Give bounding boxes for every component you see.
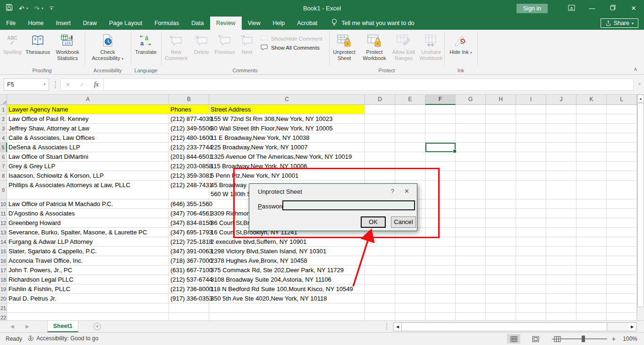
cell-G17[interactable] xyxy=(456,266,486,275)
cell-J14[interactable] xyxy=(546,237,576,247)
zoom-slider[interactable] xyxy=(560,338,607,339)
cell-G16[interactable] xyxy=(456,256,486,266)
cell-F11[interactable] xyxy=(425,209,456,218)
tab-draw[interactable]: Draw xyxy=(77,17,103,30)
column-header-H[interactable]: H xyxy=(486,95,516,105)
cell-L19[interactable] xyxy=(607,285,637,294)
cell-L22[interactable] xyxy=(607,313,637,320)
select-all-corner[interactable] xyxy=(0,95,7,105)
cell-L17[interactable] xyxy=(607,266,637,275)
cell-G15[interactable] xyxy=(456,247,486,256)
cell-H11[interactable] xyxy=(486,209,516,218)
cell-H17[interactable] xyxy=(486,266,516,275)
cell-D5[interactable] xyxy=(365,143,395,152)
cell-J11[interactable] xyxy=(546,209,576,218)
column-header-D[interactable]: D xyxy=(365,95,395,105)
cell-G12[interactable] xyxy=(456,218,486,228)
cell-B15[interactable]: (347) 391-0063 xyxy=(169,247,209,256)
column-header-A[interactable]: A xyxy=(7,95,169,105)
sheet-nav-left-icon[interactable]: ◀ xyxy=(10,321,14,332)
restore-button[interactable] xyxy=(602,5,623,12)
cell-E15[interactable] xyxy=(395,247,425,256)
cell-C20[interactable]: 350 5th Ave Ste 4020,New York, NY 10118 xyxy=(209,294,365,303)
cell-L6[interactable] xyxy=(607,152,637,162)
cell-L8[interactable] xyxy=(607,171,637,181)
cell-K17[interactable] xyxy=(576,266,607,275)
cell-A16[interactable]: Acconcia Travel Office, Inc. xyxy=(7,256,169,266)
cell-G9[interactable] xyxy=(456,181,486,199)
cell-K4[interactable] xyxy=(576,133,607,143)
cell-A14[interactable]: Furgang & Adwar LLP Attorney xyxy=(7,237,169,247)
cell-C16[interactable]: 2378 Hughes Ave,Bronx, NY 10458 xyxy=(209,256,365,266)
cell-I11[interactable] xyxy=(516,209,546,218)
cell-I3[interactable] xyxy=(516,124,546,133)
cell-D14[interactable] xyxy=(365,237,395,247)
cell-G20[interactable] xyxy=(456,294,486,303)
cell-D21[interactable] xyxy=(365,303,395,313)
cell-C7[interactable]: 115 Broadway,New York, NY 10006 xyxy=(209,162,365,171)
cell-F6[interactable] xyxy=(425,152,456,162)
horizontal-scrollbar[interactable]: ◀ ▶ xyxy=(393,322,636,331)
row-header-8[interactable]: 8 xyxy=(0,171,7,181)
cell-J15[interactable] xyxy=(546,247,576,256)
cell-C2[interactable]: 155 W 72nd St Rm 308,New York, NY 10023 xyxy=(209,114,365,124)
horizontal-scroll-thumb[interactable] xyxy=(401,323,607,331)
cell-B3[interactable]: (212) 349-5506 xyxy=(169,124,209,133)
cell-C19[interactable]: 118 N Bedford Rd Suite 100,Mount Kisco, … xyxy=(209,285,365,294)
cell-B13[interactable]: (347) 695-1793 xyxy=(169,228,209,237)
cell-A5[interactable]: DeSena & Associates LLP xyxy=(7,143,169,152)
tab-data[interactable]: Data xyxy=(185,17,210,30)
cell-J6[interactable] xyxy=(546,152,576,162)
cell-A20[interactable]: Paul D. Petrus Jr. xyxy=(7,294,169,303)
cell-D2[interactable] xyxy=(365,114,395,124)
cell-G7[interactable] xyxy=(456,162,486,171)
hide-ink-button[interactable]: Hide Ink ▾ xyxy=(445,31,477,56)
cell-A19[interactable]: Fishlin & Fishlin, PLLC xyxy=(7,285,169,294)
show-all-comments-button[interactable]: Show All Comments xyxy=(261,44,322,51)
cell-H7[interactable] xyxy=(486,162,516,171)
cell-H3[interactable] xyxy=(486,124,516,133)
row-header-22[interactable]: 22 xyxy=(0,313,7,320)
row-header-5[interactable]: 5 xyxy=(0,143,7,152)
cell-F14[interactable] xyxy=(425,237,456,247)
row-header-3[interactable]: 3 xyxy=(0,124,7,133)
cell-B4[interactable]: (212) 480-1600 xyxy=(169,133,209,143)
row-header-12[interactable]: 12 xyxy=(0,218,7,228)
column-header-C[interactable]: C xyxy=(209,95,365,105)
cell-I8[interactable] xyxy=(516,171,546,181)
new-sheet-icon[interactable]: + xyxy=(93,323,101,330)
cell-B18[interactable]: (212) 537-6744 xyxy=(169,275,209,285)
cell-E18[interactable] xyxy=(395,275,425,285)
formula-input[interactable] xyxy=(104,78,634,91)
cell-A22[interactable] xyxy=(7,313,169,320)
cell-A18[interactable]: Richardson Legal PLLC xyxy=(7,275,169,285)
cell-G18[interactable] xyxy=(456,275,486,285)
cell-K22[interactable] xyxy=(576,313,607,320)
cell-J19[interactable] xyxy=(546,285,576,294)
cell-H4[interactable] xyxy=(486,133,516,143)
cell-J5[interactable] xyxy=(546,143,576,152)
row-header-16[interactable]: 16 xyxy=(0,256,7,266)
cell-F3[interactable] xyxy=(425,124,456,133)
cell-L3[interactable] xyxy=(607,124,637,133)
cell-H1[interactable] xyxy=(486,105,516,114)
cell-B20[interactable]: (917) 336-0353 xyxy=(169,294,209,303)
cell-E17[interactable] xyxy=(395,266,425,275)
cell-J22[interactable] xyxy=(546,313,576,320)
cancel-button[interactable]: Cancel xyxy=(391,216,416,228)
cell-J17[interactable] xyxy=(546,266,576,275)
cell-G21[interactable] xyxy=(456,303,486,313)
zoom-in-icon[interactable]: + xyxy=(612,335,616,343)
cell-G14[interactable] xyxy=(456,237,486,247)
cell-H6[interactable] xyxy=(486,152,516,162)
row-header-19[interactable]: 19 xyxy=(0,285,7,294)
cell-F16[interactable] xyxy=(425,256,456,266)
cell-H22[interactable] xyxy=(486,313,516,320)
tab-insert[interactable]: Insert xyxy=(50,17,77,30)
cell-H18[interactable] xyxy=(486,275,516,285)
cell-D20[interactable] xyxy=(365,294,395,303)
check-accessibility-button[interactable]: Check Accessibility ▾ xyxy=(85,31,130,62)
cell-J10[interactable] xyxy=(546,199,576,209)
tab-file[interactable]: File xyxy=(0,17,22,30)
cell-K7[interactable] xyxy=(576,162,607,171)
